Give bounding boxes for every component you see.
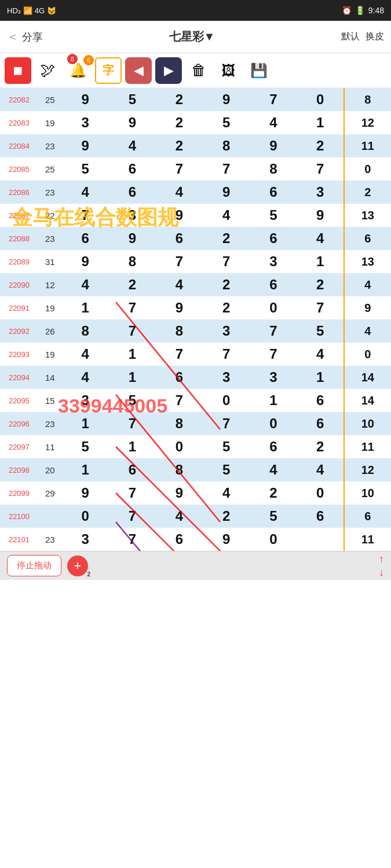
cell-num-cell: 5 <box>203 111 250 134</box>
cell-sum-cell: 23 <box>38 181 62 204</box>
cell-id-cell: 22090 <box>0 273 38 296</box>
cell-num-cell: 5 <box>62 157 109 181</box>
cell-num-cell: 5 <box>62 435 109 458</box>
forward-arrow-btn[interactable]: ▶ <box>155 57 182 84</box>
default-label[interactable]: 默认 <box>341 31 360 43</box>
table-row: 220982016854412 <box>0 458 391 481</box>
cell-special-cell: 12 <box>344 458 391 481</box>
cell-num-cell: 3 <box>250 250 297 273</box>
zi-icon[interactable]: 字 <box>95 57 122 84</box>
skin-label[interactable]: 换皮 <box>366 31 384 43</box>
cell-num-cell: 5 <box>109 389 156 412</box>
cell-num-cell: 4 <box>203 481 250 505</box>
cell-num-cell: 5 <box>203 435 250 458</box>
cell-num-cell: 6 <box>109 157 156 181</box>
cell-id-cell: 22089 <box>0 250 38 273</box>
cell-num-cell: 3 <box>62 389 109 412</box>
cell-num-cell: 3 <box>297 181 344 204</box>
status-left: HD₂ 📶 4G 🐱 <box>7 6 56 15</box>
table-row: 220831939254112 <box>0 111 391 134</box>
nav-back-arrow[interactable]: ＜ <box>7 29 19 45</box>
table-row: 22092268783754 <box>0 319 391 343</box>
cell-special-cell: 11 <box>344 134 391 157</box>
cell-num-cell: 4 <box>62 343 109 366</box>
cell-num-cell: 5 <box>250 505 297 528</box>
scroll-down-icon[interactable]: ↓ <box>379 567 384 579</box>
back-arrow-btn[interactable]: ◀ <box>125 57 152 84</box>
cell-id-cell: 22098 <box>0 458 38 481</box>
cell-num-cell: 8 <box>156 412 203 435</box>
scroll-up-icon[interactable]: ↑ <box>379 553 384 565</box>
cell-num-cell: 2 <box>297 134 344 157</box>
cell-num-cell: 7 <box>203 250 250 273</box>
cell-sum-cell: 15 <box>38 389 62 412</box>
bird-icon[interactable]: 🕊 <box>35 57 61 84</box>
table-row: 220962317870610 <box>0 412 391 435</box>
cell-special-cell: 4 <box>344 319 391 343</box>
cell-num-cell: 8 <box>203 134 250 157</box>
cell-num-cell: 9 <box>109 227 156 250</box>
cell-num-cell: 1 <box>109 343 156 366</box>
cell-id-cell: 22093 <box>0 343 38 366</box>
cell-num-cell: 7 <box>156 157 203 181</box>
cell-special-cell: 0 <box>344 157 391 181</box>
scroll-controls[interactable]: ↑ ↓ <box>379 553 384 579</box>
cell-id-cell: 22100 <box>0 505 38 528</box>
cell-id-cell: 22092 <box>0 319 38 343</box>
cell-sum-cell: 23 <box>38 227 62 250</box>
cell-num-cell: 7 <box>203 157 250 181</box>
stop-drag-button[interactable]: 停止拖动 <box>7 555 61 576</box>
red-square-icon[interactable]: ■ <box>5 57 31 84</box>
add-badge: 2 <box>87 571 90 578</box>
nav-left[interactable]: ＜ 分享 <box>7 29 43 45</box>
cell-num-cell: 2 <box>109 273 156 296</box>
cell-num-cell: 9 <box>62 134 109 157</box>
save-icon[interactable]: 💾 <box>246 57 272 84</box>
cell-num-cell: 3 <box>109 204 156 227</box>
trash-icon[interactable]: 🗑 <box>185 57 212 84</box>
cell-num-cell: 9 <box>62 481 109 505</box>
cell-num-cell: 1 <box>250 389 297 412</box>
cell-num-cell: 4 <box>109 134 156 157</box>
cell-num-cell: 4 <box>250 458 297 481</box>
table-row: 220951535701614 <box>0 389 391 412</box>
cell-sum-cell <box>38 505 62 528</box>
cell-num-cell: 4 <box>297 343 344 366</box>
cell-num-cell: 7 <box>156 343 203 366</box>
table-row: 220842394289211 <box>0 134 391 157</box>
cell-sum-cell: 23 <box>38 134 62 157</box>
cell-sum-cell: 19 <box>38 296 62 319</box>
status-right: ⏰ 🔋 9:48 <box>342 6 384 15</box>
cell-num-cell: 7 <box>203 412 250 435</box>
cell-num-cell: 5 <box>109 88 156 111</box>
hd-label: HD₂ <box>7 6 21 15</box>
battery-icon: 🔋 <box>355 6 365 15</box>
cell-sum-cell: 20 <box>38 458 62 481</box>
cell-num-cell: 6 <box>297 389 344 412</box>
cell-num-cell: 8 <box>62 319 109 343</box>
cell-num-cell: 5 <box>250 204 297 227</box>
cell-special-cell: 0 <box>344 343 391 366</box>
cell-id-cell: 22082 <box>0 88 38 111</box>
cell-num-cell: 1 <box>297 111 344 134</box>
cell-num-cell: 6 <box>109 458 156 481</box>
table-container: 金马在线合数图规 3399445005 前两数合49 2208225952970… <box>0 88 391 551</box>
cell-sum-cell: 26 <box>38 319 62 343</box>
cell-id-cell: 22101 <box>0 528 38 551</box>
table-row: 220971151056211 <box>0 435 391 458</box>
add-button[interactable]: + 2 <box>67 556 88 576</box>
cell-num-cell: 2 <box>203 227 250 250</box>
share-label[interactable]: 分享 <box>22 30 43 44</box>
cell-sum-cell: 11 <box>38 435 62 458</box>
cell-num-cell: 9 <box>156 481 203 505</box>
table-row: 220992997942010 <box>0 481 391 505</box>
notification-icon[interactable]: 🔔 6 8 <box>65 57 92 84</box>
table-row: 22085255677870 <box>0 157 391 181</box>
cell-num-cell: 4 <box>297 227 344 250</box>
cell-id-cell: 22091 <box>0 296 38 319</box>
nav-title[interactable]: 七星彩▼ <box>169 29 215 45</box>
photos-icon[interactable]: 🖼 <box>215 57 242 84</box>
cell-num-cell: 2 <box>297 435 344 458</box>
cell-num-cell: 9 <box>62 250 109 273</box>
cell-special-cell: 6 <box>344 227 391 250</box>
